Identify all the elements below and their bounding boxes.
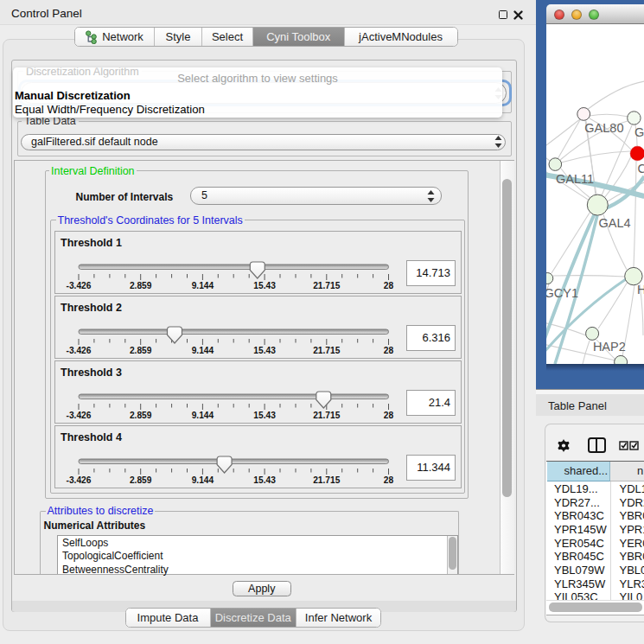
svg-text:HAP2: HAP2: [592, 339, 625, 353]
svg-text:HA: HA: [636, 282, 644, 296]
svg-text:2.859: 2.859: [130, 346, 152, 355]
svg-text:GCY1: GCY1: [546, 285, 578, 299]
svg-text:C: C: [637, 162, 644, 175]
svg-text:9.144: 9.144: [192, 475, 214, 485]
svg-text:GAL4: GAL4: [598, 215, 630, 229]
svg-text:GA: GA: [634, 125, 644, 139]
svg-text:9.144: 9.144: [192, 346, 214, 355]
svg-text:21.715: 21.715: [313, 281, 340, 290]
svg-text:-3.426: -3.426: [67, 346, 92, 355]
svg-text:GAL80: GAL80: [584, 120, 623, 134]
svg-text:-3.426: -3.426: [67, 475, 92, 485]
svg-text:2.859: 2.859: [130, 281, 152, 290]
svg-text:15.43: 15.43: [253, 346, 276, 355]
svg-text:9.144: 9.144: [192, 411, 214, 420]
svg-text:15.43: 15.43: [253, 281, 276, 290]
svg-text:28: 28: [384, 411, 394, 420]
svg-text:-3.426: -3.426: [67, 411, 92, 420]
svg-text:9.144: 9.144: [192, 281, 214, 290]
svg-text:28: 28: [384, 346, 394, 355]
svg-text:-3.426: -3.426: [67, 281, 92, 290]
svg-text:21.715: 21.715: [313, 475, 340, 485]
svg-text:2.859: 2.859: [130, 411, 152, 420]
svg-text:21.715: 21.715: [313, 346, 340, 355]
svg-text:2.859: 2.859: [130, 475, 152, 485]
svg-text:28: 28: [384, 475, 394, 485]
svg-text:15.43: 15.43: [253, 475, 276, 485]
svg-text:28: 28: [384, 281, 394, 290]
svg-text:21.715: 21.715: [313, 411, 340, 420]
svg-text:15.43: 15.43: [253, 411, 276, 420]
svg-text:GAL11: GAL11: [556, 171, 594, 185]
